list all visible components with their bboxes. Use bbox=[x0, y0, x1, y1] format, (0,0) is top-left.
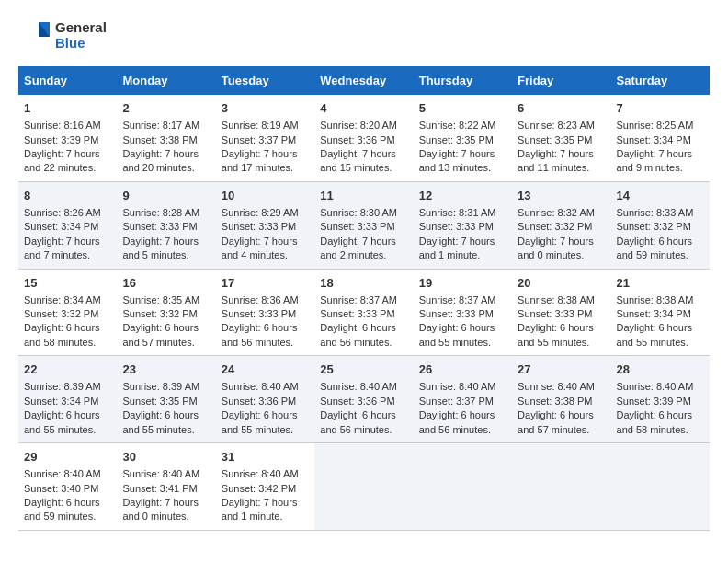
day-info: Daylight: 7 hours bbox=[518, 236, 594, 247]
calendar-cell: 2Sunrise: 8:17 AMSunset: 3:38 PMDaylight… bbox=[117, 95, 215, 181]
calendar-cell: 5Sunrise: 8:22 AMSunset: 3:35 PMDaylight… bbox=[414, 95, 512, 181]
day-info: Sunset: 3:38 PM bbox=[122, 134, 197, 145]
calendar-cell bbox=[512, 443, 610, 531]
calendar-cell: 29Sunrise: 8:40 AMSunset: 3:40 PMDayligh… bbox=[18, 443, 117, 531]
calendar-cell: 21Sunrise: 8:38 AMSunset: 3:34 PMDayligh… bbox=[611, 269, 710, 356]
day-info: Daylight: 7 hours bbox=[122, 148, 199, 159]
day-info: and 17 minutes. bbox=[222, 162, 293, 173]
calendar-cell: 18Sunrise: 8:37 AMSunset: 3:33 PMDayligh… bbox=[314, 269, 413, 356]
day-info: Sunset: 3:39 PM bbox=[617, 396, 691, 407]
day-number: 4 bbox=[320, 100, 407, 117]
day-info: Daylight: 6 hours bbox=[24, 497, 100, 508]
day-info: Sunset: 3:34 PM bbox=[617, 134, 691, 145]
day-info: and 2 minutes. bbox=[320, 249, 386, 260]
day-info: Sunrise: 8:34 AM bbox=[24, 294, 101, 305]
day-number: 23 bbox=[122, 362, 210, 378]
day-info: and 9 minutes. bbox=[617, 162, 683, 173]
day-info: Sunset: 3:32 PM bbox=[122, 308, 197, 319]
day-info: Daylight: 6 hours bbox=[320, 322, 396, 333]
logo-text: General Blue bbox=[55, 19, 107, 52]
day-info: Sunset: 3:34 PM bbox=[24, 396, 98, 407]
day-info: and 55 minutes. bbox=[222, 424, 293, 435]
day-info: Sunrise: 8:39 AM bbox=[24, 381, 101, 392]
calendar-cell: 30Sunrise: 8:40 AMSunset: 3:41 PMDayligh… bbox=[117, 443, 215, 531]
calendar-header-row: SundayMondayTuesdayWednesdayThursdayFrid… bbox=[18, 66, 710, 95]
day-number: 2 bbox=[122, 100, 210, 117]
calendar-cell: 8Sunrise: 8:26 AMSunset: 3:34 PMDaylight… bbox=[18, 181, 117, 269]
day-info: Sunrise: 8:35 AM bbox=[122, 294, 199, 305]
day-info: and 56 minutes. bbox=[222, 337, 293, 348]
day-info: Sunrise: 8:26 AM bbox=[24, 207, 101, 218]
calendar-cell: 28Sunrise: 8:40 AMSunset: 3:39 PMDayligh… bbox=[611, 356, 710, 443]
day-info: Sunrise: 8:40 AM bbox=[419, 381, 496, 392]
day-info: Sunset: 3:33 PM bbox=[518, 308, 592, 319]
day-info: and 56 minutes. bbox=[320, 337, 392, 348]
day-info: Daylight: 6 hours bbox=[222, 409, 298, 420]
day-info: Daylight: 6 hours bbox=[617, 322, 693, 333]
day-number: 17 bbox=[222, 275, 309, 292]
day-info: Daylight: 7 hours bbox=[24, 148, 100, 159]
day-number: 25 bbox=[320, 362, 407, 378]
calendar-cell: 23Sunrise: 8:39 AMSunset: 3:35 PMDayligh… bbox=[117, 356, 215, 443]
day-info: Daylight: 6 hours bbox=[617, 409, 693, 420]
day-number: 26 bbox=[419, 362, 506, 378]
calendar-cell bbox=[314, 443, 413, 531]
day-info: and 7 minutes. bbox=[24, 249, 90, 260]
day-info: Sunset: 3:36 PM bbox=[320, 134, 394, 145]
day-info: and 55 minutes. bbox=[419, 337, 491, 348]
day-info: Sunrise: 8:40 AM bbox=[617, 381, 694, 392]
calendar-cell: 20Sunrise: 8:38 AMSunset: 3:33 PMDayligh… bbox=[512, 269, 610, 356]
day-info: Sunset: 3:38 PM bbox=[518, 396, 592, 407]
day-info: Sunrise: 8:40 AM bbox=[24, 468, 101, 479]
day-info: Sunrise: 8:22 AM bbox=[419, 120, 496, 131]
day-info: and 57 minutes. bbox=[122, 337, 194, 348]
day-info: Sunset: 3:33 PM bbox=[222, 221, 296, 232]
day-info: Daylight: 7 hours bbox=[419, 236, 495, 247]
day-info: Daylight: 7 hours bbox=[320, 236, 396, 247]
day-info: and 59 minutes. bbox=[617, 249, 688, 260]
day-number: 24 bbox=[222, 362, 309, 378]
calendar-cell: 15Sunrise: 8:34 AMSunset: 3:32 PMDayligh… bbox=[18, 269, 117, 356]
day-number: 9 bbox=[122, 188, 210, 204]
day-number: 8 bbox=[24, 188, 111, 204]
day-info: and 56 minutes. bbox=[419, 424, 491, 435]
calendar-cell: 26Sunrise: 8:40 AMSunset: 3:37 PMDayligh… bbox=[414, 356, 512, 443]
day-number: 10 bbox=[222, 188, 309, 204]
calendar-cell: 1Sunrise: 8:16 AMSunset: 3:39 PMDaylight… bbox=[18, 95, 117, 181]
day-number: 21 bbox=[617, 275, 704, 292]
calendar-cell: 24Sunrise: 8:40 AMSunset: 3:36 PMDayligh… bbox=[216, 356, 314, 443]
column-header-friday: Friday bbox=[512, 66, 610, 95]
day-info: Sunset: 3:33 PM bbox=[320, 308, 394, 319]
calendar-cell: 17Sunrise: 8:36 AMSunset: 3:33 PMDayligh… bbox=[216, 269, 314, 356]
day-info: Sunset: 3:42 PM bbox=[222, 483, 296, 494]
column-header-monday: Monday bbox=[117, 66, 215, 95]
day-info: Sunset: 3:34 PM bbox=[617, 308, 691, 319]
page-header: General Blue bbox=[18, 18, 710, 52]
calendar-cell: 12Sunrise: 8:31 AMSunset: 3:33 PMDayligh… bbox=[414, 181, 512, 269]
day-info: and 1 minute. bbox=[419, 249, 481, 260]
calendar-table: SundayMondayTuesdayWednesdayThursdayFrid… bbox=[18, 66, 710, 531]
day-info: Sunrise: 8:38 AM bbox=[518, 294, 595, 305]
logo-wordmark: General Blue bbox=[18, 18, 107, 52]
calendar-cell: 19Sunrise: 8:37 AMSunset: 3:33 PMDayligh… bbox=[414, 269, 512, 356]
day-info: Daylight: 6 hours bbox=[122, 409, 199, 420]
day-info: Sunset: 3:32 PM bbox=[617, 221, 691, 232]
day-info: Daylight: 6 hours bbox=[24, 409, 100, 420]
calendar-cell: 3Sunrise: 8:19 AMSunset: 3:37 PMDaylight… bbox=[216, 95, 314, 181]
column-header-thursday: Thursday bbox=[414, 66, 512, 95]
day-info: and 58 minutes. bbox=[24, 337, 96, 348]
day-info: Daylight: 7 hours bbox=[122, 236, 199, 247]
column-header-wednesday: Wednesday bbox=[314, 66, 413, 95]
day-info: Sunset: 3:33 PM bbox=[419, 308, 494, 319]
day-info: Sunrise: 8:40 AM bbox=[320, 381, 397, 392]
day-info: Sunset: 3:32 PM bbox=[24, 308, 98, 319]
day-info: Sunset: 3:40 PM bbox=[24, 483, 98, 494]
day-info: Daylight: 6 hours bbox=[617, 236, 693, 247]
day-info: Daylight: 6 hours bbox=[518, 322, 594, 333]
day-info: Sunset: 3:36 PM bbox=[222, 396, 296, 407]
calendar-cell: 4Sunrise: 8:20 AMSunset: 3:36 PMDaylight… bbox=[314, 95, 413, 181]
day-info: Sunrise: 8:39 AM bbox=[122, 381, 199, 392]
day-number: 1 bbox=[24, 100, 111, 117]
day-info: Sunrise: 8:23 AM bbox=[518, 120, 595, 131]
calendar-cell: 25Sunrise: 8:40 AMSunset: 3:36 PMDayligh… bbox=[314, 356, 413, 443]
